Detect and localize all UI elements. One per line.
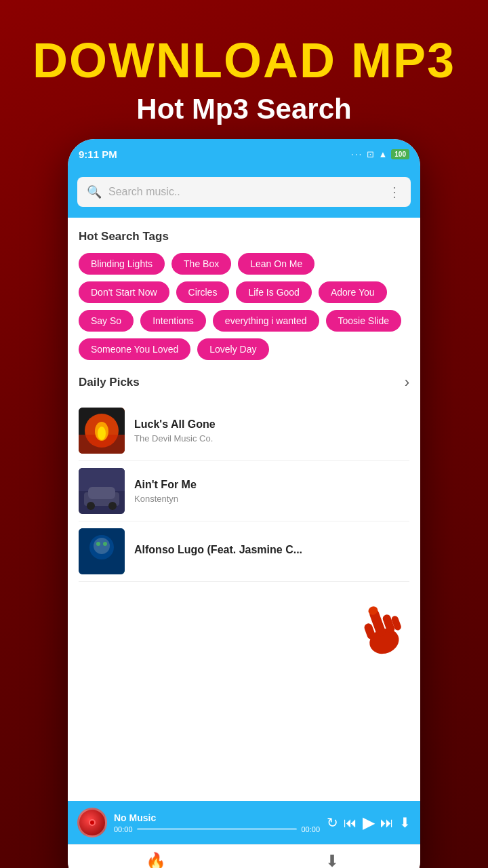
song-thumb-2: [79, 468, 125, 514]
tag-say-so[interactable]: Say So: [79, 310, 134, 332]
tag-life-is-good[interactable]: Life Is Good: [236, 281, 312, 303]
nav-download[interactable]: ⬇ Download: [244, 845, 420, 868]
player-song-name: No Music: [114, 812, 320, 823]
more-options-icon[interactable]: ⋮: [388, 184, 401, 200]
search-icon: 🔍: [87, 184, 102, 199]
status-time: 9:11 PM: [79, 149, 117, 160]
svg-point-10: [98, 427, 106, 440]
tag-lean-on-me[interactable]: Lean On Me: [238, 253, 314, 275]
tag-intentions[interactable]: Intentions: [140, 310, 206, 332]
tag-dont-start-now[interactable]: Don't Start Now: [79, 281, 169, 303]
download-button[interactable]: ⬇: [399, 814, 411, 831]
svg-point-16: [108, 502, 117, 510]
player-disc-inner: [89, 819, 96, 826]
player-controls: ↻ ⏮ ▶ ⏭ ⬇: [327, 813, 411, 832]
search-area: 🔍 Search music.. ⋮: [68, 169, 420, 218]
next-button[interactable]: ⏭: [380, 815, 394, 831]
status-bar: 9:11 PM ··· ⊡ ▲ 100: [68, 139, 420, 169]
tag-everything-i-wanted[interactable]: everything i wanted: [213, 310, 319, 332]
header-section: DOWNLOAD MP3 Hot Mp3 Search: [0, 0, 488, 139]
daily-picks-arrow[interactable]: ›: [405, 374, 409, 391]
svg-rect-14: [88, 487, 115, 499]
song-artist-2: Konstentyn: [134, 494, 409, 504]
song-artist-1: The Devil Music Co.: [134, 433, 409, 443]
hot-search-title: Hot Search Tags: [79, 230, 409, 243]
prev-button[interactable]: ⏮: [344, 815, 357, 831]
content-area: Hot Search Tags Blinding Lights The Box …: [68, 218, 420, 801]
play-button[interactable]: ▶: [363, 813, 375, 832]
battery-indicator: 100: [391, 149, 409, 159]
wifi-icon: ▲: [378, 149, 387, 159]
tags-container: Blinding Lights The Box Lean On Me Don't…: [79, 253, 409, 360]
search-placeholder[interactable]: Search music..: [108, 186, 381, 198]
player-disc: [77, 808, 107, 837]
search-bar[interactable]: 🔍 Search music.. ⋮: [77, 177, 411, 207]
song-info-3: Alfonso Lugo (Feat. Jasmine C...: [134, 544, 409, 559]
subtitle: Hot Mp3 Search: [0, 93, 488, 125]
song-name-3: Alfonso Lugo (Feat. Jasmine C...: [134, 544, 409, 556]
status-dots: ···: [351, 149, 363, 159]
daily-picks-header: Daily Picks ›: [79, 374, 409, 391]
download-nav-icon: ⬇: [325, 852, 339, 868]
player-progress-bar[interactable]: [137, 828, 298, 830]
tag-adore-you[interactable]: Adore You: [319, 281, 387, 303]
svg-point-15: [87, 502, 95, 510]
search-nav-icon: 🔥: [146, 852, 166, 868]
song-thumb-3: [79, 528, 125, 574]
bottom-player: No Music 00:00 00:00 ↻ ⏮ ▶ ⏭ ⬇: [68, 801, 420, 844]
tag-circles[interactable]: Circles: [176, 281, 230, 303]
tag-someone-you-loved[interactable]: Someone You Loved: [79, 338, 190, 360]
song-thumb-1: [79, 408, 125, 454]
tag-lovely-day[interactable]: Lovely Day: [197, 338, 268, 360]
phone-mockup: 9:11 PM ··· ⊡ ▲ 100 🔍 Search music.. ⋮ H…: [68, 139, 420, 868]
song-info-1: Luck's All Gone The Devil Music Co.: [134, 418, 409, 443]
phone-wrapper: 9:11 PM ··· ⊡ ▲ 100 🔍 Search music.. ⋮ H…: [54, 139, 434, 868]
tag-toosie-slide[interactable]: Toosie Slide: [326, 310, 402, 332]
svg-point-21: [103, 542, 107, 546]
svg-point-19: [94, 538, 110, 554]
svg-point-20: [96, 542, 100, 546]
repeat-button[interactable]: ↻: [327, 814, 338, 831]
status-icons: ··· ⊡ ▲ 100: [351, 149, 409, 159]
song-name-2: Ain't For Me: [134, 479, 409, 491]
song-info-2: Ain't For Me Konstentyn: [134, 479, 409, 504]
player-total-time: 00:00: [301, 825, 320, 833]
nav-search[interactable]: 🔥 Search: [68, 845, 244, 868]
song-item-2[interactable]: Ain't For Me Konstentyn: [79, 461, 409, 521]
player-current-time: 00:00: [114, 825, 133, 833]
daily-picks-title: Daily Picks: [79, 376, 140, 389]
player-timeline: 00:00 00:00: [114, 825, 320, 833]
tag-the-box[interactable]: The Box: [171, 253, 231, 275]
bottom-nav: 🔥 Search ⬇ Download: [68, 844, 420, 868]
song-item-1[interactable]: Luck's All Gone The Devil Music Co.: [79, 401, 409, 461]
song-name-1: Luck's All Gone: [134, 418, 409, 431]
main-title: DOWNLOAD MP3: [0, 34, 488, 87]
screen-icon: ⊡: [367, 149, 374, 159]
song-item-3[interactable]: Alfonso Lugo (Feat. Jasmine C...: [79, 521, 409, 582]
tag-blinding-lights[interactable]: Blinding Lights: [79, 253, 165, 275]
player-info: No Music 00:00 00:00: [114, 812, 320, 833]
